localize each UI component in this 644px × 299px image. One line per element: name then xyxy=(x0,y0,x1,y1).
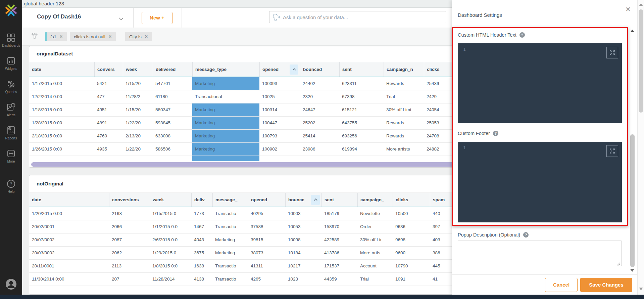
column-header-opened[interactable]: opened xyxy=(248,193,285,207)
help-circle-icon[interactable]: ? xyxy=(523,232,529,238)
table-row[interactable]: 12/2/2014 0:0047711/28/261180Transaction… xyxy=(29,90,458,103)
table-cell: 11/28/2 xyxy=(123,90,153,103)
table-cell: More artists xyxy=(384,143,424,156)
table-row[interactable]: 1/20/2015 0:0021681/15/2015 01773Transac… xyxy=(29,207,458,220)
column-header-conversions[interactable]: conversions xyxy=(109,193,150,207)
table-cell: Transactio xyxy=(212,273,248,286)
filter-funnel-icon[interactable] xyxy=(31,33,38,41)
sidebar-item-queries[interactable]: Queries xyxy=(5,79,17,94)
table-row[interactable]: 20/03/000220621/29/2015 03675Marketing38… xyxy=(29,247,458,260)
custom-footer-code-editor[interactable]: 1 xyxy=(458,142,622,222)
table-cell: 40295 xyxy=(248,207,285,220)
help-circle-icon[interactable]: ? xyxy=(519,32,525,38)
table-cell: 586506 xyxy=(153,143,192,156)
panel-scroll-up-arrow[interactable] xyxy=(630,30,634,32)
cancel-button[interactable]: Cancel xyxy=(545,278,578,292)
table-cell: 100314 xyxy=(259,103,300,116)
column-header-clicks[interactable]: clicks xyxy=(393,193,430,207)
app-logo-icon[interactable] xyxy=(5,4,17,18)
sidebar-item-dashboards[interactable]: Dashboards xyxy=(2,33,20,47)
table-cell: 41311 xyxy=(248,260,285,272)
sidebar-item-help[interactable]: ? Help xyxy=(7,179,15,194)
column-header-week[interactable]: week xyxy=(150,193,191,207)
column-header-deliv[interactable]: deliv xyxy=(191,193,212,207)
table-cell: 185179 xyxy=(321,207,357,220)
sort-asc-button[interactable] xyxy=(290,65,298,75)
search-input[interactable] xyxy=(269,11,446,23)
table-cell: 1/18/2015 0:00 xyxy=(29,103,94,116)
table-cell: 24647 xyxy=(300,103,339,116)
table-cell: 1091 xyxy=(393,273,430,286)
table-row[interactable]: 20/07/000220872/6/2015 0:04043Marketing3… xyxy=(29,233,458,247)
page-scrollbar[interactable] xyxy=(637,0,644,295)
scroll-down-arrow[interactable] xyxy=(639,288,643,290)
column-header-message-type[interactable]: message_type xyxy=(192,62,259,77)
remove-filter-icon[interactable]: ✕ xyxy=(145,34,148,39)
panel-scroll-down-arrow[interactable] xyxy=(630,269,634,272)
remove-filter-icon[interactable]: ✕ xyxy=(59,34,63,39)
horizontal-scrollbar[interactable] xyxy=(31,162,455,167)
table-row[interactable]: 1/26/2015 0:0049351/22/20586506Marketing… xyxy=(29,143,458,156)
expand-editor-icon[interactable] xyxy=(606,47,618,58)
column-header-campaign-n[interactable]: campaign_n xyxy=(384,62,424,77)
remove-filter-icon[interactable]: ✕ xyxy=(108,34,112,39)
column-header-sent[interactable]: sent xyxy=(339,62,384,77)
column-header-sent[interactable]: sent xyxy=(321,193,357,207)
help-circle-icon[interactable]: ? xyxy=(493,131,498,136)
user-avatar[interactable] xyxy=(5,278,17,292)
close-icon[interactable]: ✕ xyxy=(625,5,631,13)
table-row[interactable]: 11/30/2014 0:0020711/28/20144138Transact… xyxy=(29,273,458,286)
table-cell: 207 xyxy=(109,273,150,286)
table-cell: 1/22/20 xyxy=(123,143,153,156)
sidebar-item-label: Alerts xyxy=(7,113,15,117)
filter-bar: fs1✕clicks is not null✕City is✕ xyxy=(22,28,452,46)
table-row[interactable]: 2/18/2015 0:0047602/13/20633008Marketing… xyxy=(29,130,458,143)
dashboards-grid-icon xyxy=(7,33,15,42)
table-cell: 20/11/0001 xyxy=(29,260,109,272)
scroll-up-arrow[interactable] xyxy=(639,3,643,6)
filter-chip-fs1[interactable]: fs1✕ xyxy=(45,32,67,41)
filter-chip-clicks-is-not-null[interactable]: clicks is not null✕ xyxy=(70,32,116,41)
panel-scrollbar-thumb[interactable] xyxy=(630,134,635,267)
column-header-date[interactable]: date xyxy=(29,193,109,207)
dashboard-title[interactable]: Copy Of Dash16 xyxy=(37,13,81,20)
column-header-bounced[interactable]: bounced xyxy=(300,62,339,77)
new-dashboard-button[interactable]: New + xyxy=(142,12,172,24)
column-header-week[interactable]: week xyxy=(123,62,153,77)
table-row[interactable]: 1/17/2015 0:0054211/15/20547701Marketing… xyxy=(29,77,458,90)
column-header-campaign-[interactable]: campaign_ xyxy=(357,193,393,207)
save-changes-button[interactable]: Save Changes xyxy=(580,278,632,292)
table-row[interactable]: 20/02/000120661/1/2015 0:01467Transactio… xyxy=(29,220,458,233)
chevron-down-icon[interactable] xyxy=(119,16,123,22)
sidebar-item-alerts[interactable]: Alerts xyxy=(7,102,15,117)
popup-description-textarea[interactable] xyxy=(458,241,622,266)
table-cell: 4265 xyxy=(248,273,285,286)
scrollbar-thumb[interactable] xyxy=(639,9,643,113)
sidebar-item-label: Dashboards xyxy=(2,44,20,47)
column-header-bounce[interactable]: bounce xyxy=(285,193,321,207)
table-cell: 413786 xyxy=(321,247,357,259)
table-cell: 37588 xyxy=(248,220,285,233)
column-header-message-[interactable]: message_ xyxy=(212,193,248,207)
table-body: 1/17/2015 0:0054211/15/20547701Marketing… xyxy=(29,77,458,161)
custom-header-code-editor[interactable]: 1 xyxy=(458,43,622,123)
sidebar-item-widgets[interactable]: Widgets xyxy=(5,56,17,71)
column-header-convers[interactable]: convers xyxy=(94,62,123,77)
expand-editor-icon[interactable] xyxy=(606,145,618,157)
table-row[interactable]: 20/11/000121131/8/2015 0:01638Transactio… xyxy=(29,260,458,273)
column-header-delivered[interactable]: delivered xyxy=(153,62,192,77)
table-cell: Newslette xyxy=(357,207,393,220)
sidebar-item-reports[interactable]: Reports xyxy=(5,126,17,140)
table-row[interactable]: 1/18/2015 0:0049511/15/20580347Marketing… xyxy=(29,103,458,117)
table-row[interactable]: 1/28/2015 0:0048911/22/20593845Marketing… xyxy=(29,117,458,130)
column-header-date[interactable]: date xyxy=(29,62,94,77)
filter-chip-city-is[interactable]: City is✕ xyxy=(125,32,152,41)
sidebar-item-more[interactable]: More xyxy=(7,149,15,163)
column-header-opened[interactable]: opened xyxy=(259,62,300,77)
table-cell: Transactio xyxy=(212,207,248,220)
sort-asc-button[interactable] xyxy=(311,195,320,205)
table-cell: 4138 xyxy=(191,273,212,286)
dashboard-settings-panel: ✕ Dashboard Settings Custom HTML Header … xyxy=(452,0,644,295)
table-cell: 1/28/2015 0:00 xyxy=(29,117,94,129)
table-cell: 2087 xyxy=(109,233,150,246)
